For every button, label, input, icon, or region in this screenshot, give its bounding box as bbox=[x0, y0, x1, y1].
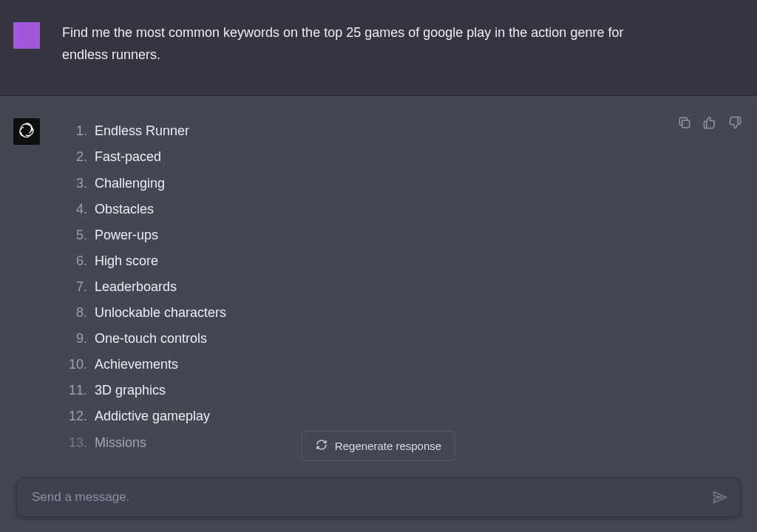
assistant-content: Endless Runner Fast-paced Challenging Ob… bbox=[62, 118, 744, 455]
refresh-icon bbox=[316, 439, 327, 453]
list-item: Power-ups bbox=[62, 222, 744, 248]
list-item: Obstacles bbox=[62, 197, 744, 222]
list-item: High score bbox=[62, 248, 744, 274]
regenerate-button[interactable]: Regenerate response bbox=[302, 431, 455, 461]
openai-logo-icon bbox=[17, 120, 36, 143]
assistant-message: Endless Runner Fast-paced Challenging Ob… bbox=[0, 96, 757, 455]
user-prompt-text: Find me the most common keywords on the … bbox=[62, 22, 668, 66]
keyword-text: Fast-paced bbox=[95, 144, 161, 170]
keyword-text: High score bbox=[95, 248, 158, 274]
keyword-text: One-touch controls bbox=[95, 326, 207, 352]
feedback-actions bbox=[677, 115, 742, 130]
list-item: Achievements bbox=[62, 352, 744, 378]
send-button[interactable] bbox=[712, 489, 728, 505]
keyword-text: Power-ups bbox=[95, 222, 158, 248]
keyword-text: Challenging bbox=[95, 171, 165, 197]
svg-rect-0 bbox=[682, 120, 690, 128]
keyword-text: Addictive gameplay bbox=[95, 403, 210, 429]
keyword-text: Endless Runner bbox=[95, 118, 189, 144]
user-avatar bbox=[13, 22, 40, 49]
send-icon bbox=[712, 495, 728, 508]
user-message: Find me the most common keywords on the … bbox=[0, 0, 757, 96]
keyword-list: Endless Runner Fast-paced Challenging Ob… bbox=[62, 118, 744, 455]
keyword-text: Leaderboards bbox=[95, 274, 177, 300]
keyword-text: Obstacles bbox=[95, 197, 154, 222]
list-item: Fast-paced bbox=[62, 144, 744, 170]
list-item: Leaderboards bbox=[62, 274, 744, 300]
composer bbox=[16, 477, 741, 517]
keyword-text: Missions bbox=[95, 430, 146, 456]
regenerate-label: Regenerate response bbox=[335, 440, 441, 452]
copy-icon[interactable] bbox=[677, 115, 692, 130]
list-item: One-touch controls bbox=[62, 326, 744, 352]
thumbs-up-icon[interactable] bbox=[702, 115, 717, 130]
thumbs-down-icon[interactable] bbox=[727, 115, 742, 130]
message-input[interactable] bbox=[32, 490, 702, 505]
list-item: Challenging bbox=[62, 171, 744, 197]
keyword-text: 3D graphics bbox=[95, 378, 166, 403]
list-item: Endless Runner bbox=[62, 118, 744, 144]
keyword-text: Achievements bbox=[95, 352, 178, 378]
assistant-avatar bbox=[13, 118, 40, 145]
list-item: Unlockable characters bbox=[62, 300, 744, 326]
list-item: 3D graphics bbox=[62, 378, 744, 403]
list-item: Addictive gameplay bbox=[62, 403, 744, 429]
keyword-text: Unlockable characters bbox=[95, 300, 226, 326]
message-input-container bbox=[16, 477, 741, 517]
